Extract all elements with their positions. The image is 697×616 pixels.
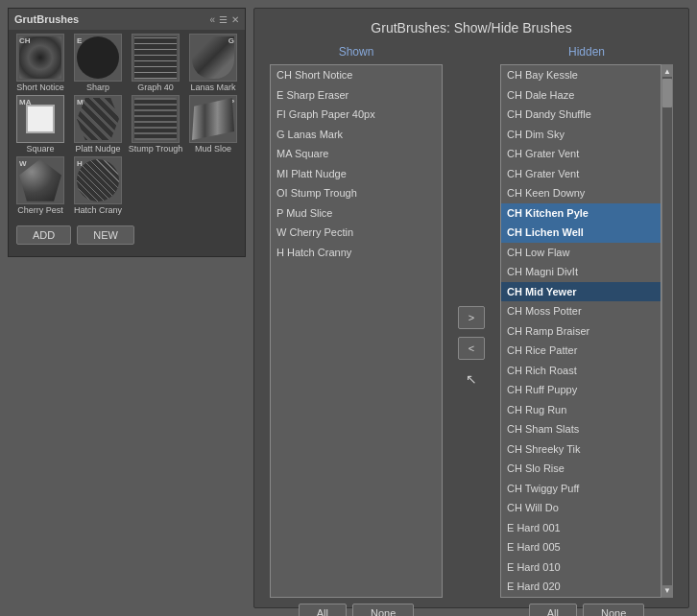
hidden-list-item[interactable]: E Hard 010 xyxy=(501,557,661,578)
shown-list-item[interactable]: E Sharp Eraser xyxy=(271,85,442,106)
shown-list-item[interactable]: G Lanas Mark xyxy=(271,125,442,145)
hidden-list-item[interactable]: CH Rug Run xyxy=(501,400,661,420)
collapse-btn[interactable]: « xyxy=(209,14,215,25)
hidden-list-item[interactable]: CH Dim Sky xyxy=(501,125,661,145)
hidden-footer: All None xyxy=(500,598,673,617)
hidden-list-item[interactable]: CH Grater Vent xyxy=(501,144,661,164)
new-button[interactable]: NEW xyxy=(77,225,134,245)
shown-none-button[interactable]: None xyxy=(352,604,414,617)
hidden-list-item[interactable]: CH Slo Rise xyxy=(501,459,661,479)
shown-all-button[interactable]: All xyxy=(299,604,347,617)
add-button[interactable]: ADD xyxy=(16,225,71,245)
shown-list-item[interactable]: P Mud Slice xyxy=(271,203,442,224)
hidden-list[interactable]: CH Bay KessleCH Dale HazeCH Dandy Shuffl… xyxy=(500,64,661,598)
hidden-list-item[interactable]: E Hard 001 xyxy=(501,518,661,538)
shown-list-item[interactable]: FI Graph Paper 40px xyxy=(271,105,442,125)
dialog-body: Shown CH Short NoticeE Sharp EraserFI Gr… xyxy=(254,43,688,616)
brush-graph40[interactable]: Graph 40 xyxy=(128,34,183,93)
scroll-thumb[interactable] xyxy=(662,79,672,107)
shown-footer: All None xyxy=(270,598,443,617)
hidden-list-item[interactable]: CH Sham Slats xyxy=(501,419,661,439)
scroll-up-arrow[interactable]: ▲ xyxy=(661,65,673,77)
brush-platt-nudge[interactable]: MI Platt Nudge xyxy=(70,95,126,154)
hidden-list-item[interactable]: CH Kitchen Pyle xyxy=(501,203,661,224)
shown-list-item[interactable]: W Cherry Pectin xyxy=(271,223,442,243)
brush-stump-trough[interactable]: Stump Trough xyxy=(128,95,183,154)
shown-list-item[interactable]: MI Platt Nudge xyxy=(271,164,442,184)
show-hide-dialog: GrutBrushes: Show/Hide Brushes Shown CH … xyxy=(253,8,689,608)
hidden-header: Hidden xyxy=(500,43,673,60)
shown-header: Shown xyxy=(270,43,443,60)
panel-header: GrutBrushes « ☰ ✕ xyxy=(9,9,245,30)
hidden-list-item[interactable]: CH Shreeky Tik xyxy=(501,439,661,460)
hidden-list-item[interactable]: E Hard 020 xyxy=(501,577,661,597)
hidden-list-container: CH Bay KessleCH Dale HazeCH Dandy Shuffl… xyxy=(500,64,673,598)
hidden-section: Hidden CH Bay KessleCH Dale HazeCH Dandy… xyxy=(500,43,673,616)
menu-btn[interactable]: ☰ xyxy=(219,14,228,25)
hidden-list-item[interactable]: CH Dale Haze xyxy=(501,85,661,106)
hidden-all-button[interactable]: All xyxy=(529,604,577,617)
close-btn[interactable]: ✕ xyxy=(231,14,239,25)
hidden-list-item[interactable]: CH Twiggy Puff xyxy=(501,479,661,499)
middle-controls: > < ↖ xyxy=(450,43,493,616)
hidden-list-item[interactable]: CH Low Flaw xyxy=(501,243,661,263)
shown-list-item[interactable]: CH Short Notice xyxy=(271,65,442,85)
brush-lanas-mark[interactable]: G Lanas Mark xyxy=(185,34,241,93)
hidden-list-item[interactable]: CH Rice Patter xyxy=(501,341,661,361)
hidden-list-item[interactable]: CH Keen Downy xyxy=(501,183,661,203)
hidden-list-item[interactable]: CH Moss Potter xyxy=(501,301,661,321)
hidden-scrollbar[interactable]: ▲ ▼ xyxy=(661,64,673,598)
scroll-down-arrow[interactable]: ▼ xyxy=(661,585,673,597)
hidden-none-button[interactable]: None xyxy=(583,604,644,617)
shown-list[interactable]: CH Short NoticeE Sharp EraserFI Graph Pa… xyxy=(270,64,443,598)
bottom-buttons: ADD NEW xyxy=(9,220,245,250)
shown-list-item[interactable]: H Hatch Cranny xyxy=(271,243,442,263)
hidden-list-item[interactable]: CH Bay Kessle xyxy=(501,65,661,85)
hidden-list-item[interactable]: CH Dandy Shuffle xyxy=(501,105,661,125)
hidden-list-item[interactable]: CH Grater Vent xyxy=(501,164,661,184)
brush-square[interactable]: MA Square xyxy=(12,95,68,154)
hidden-list-item[interactable]: CH Ruff Puppy xyxy=(501,380,661,400)
hidden-list-item[interactable]: CH Rich Roast xyxy=(501,361,661,381)
brush-hatch-crany[interactable]: H Hatch Crany xyxy=(70,156,126,216)
hidden-list-item[interactable]: CH Magni DivIt xyxy=(501,262,661,282)
left-panel: GrutBrushes « ☰ ✕ CH Short Notice E Shar… xyxy=(8,8,246,257)
brush-sharp[interactable]: E Sharp xyxy=(70,34,126,93)
brush-cherry-pest[interactable]: W Cherry Pest xyxy=(12,156,68,216)
hidden-list-item[interactable]: CH Will Do xyxy=(501,498,661,518)
dialog-title: GrutBrushes: Show/Hide Brushes xyxy=(254,9,688,43)
move-left-button[interactable]: < xyxy=(458,337,485,360)
move-right-button[interactable]: > xyxy=(458,306,485,329)
hidden-list-item[interactable]: CH Ramp Braiser xyxy=(501,321,661,342)
brush-short-notice[interactable]: CH Short Notice xyxy=(12,34,68,93)
panel-title: GrutBrushes xyxy=(14,13,79,25)
shown-list-item[interactable]: OI Stump Trough xyxy=(271,183,442,203)
shown-section: Shown CH Short NoticeE Sharp EraserFI Gr… xyxy=(270,43,443,616)
cursor-indicator: ↖ xyxy=(466,371,477,387)
hidden-list-item[interactable]: CH Mid Yewer xyxy=(501,282,661,302)
hidden-list-item[interactable]: CH Lichen Well xyxy=(501,223,661,243)
header-controls: « ☰ ✕ xyxy=(209,14,239,25)
brush-mud-sloe[interactable]: P Mud Sloe xyxy=(185,95,241,154)
shown-list-item[interactable]: MA Square xyxy=(271,144,442,164)
hidden-list-item[interactable]: E Hard 005 xyxy=(501,537,661,557)
brush-grid: CH Short Notice E Sharp Graph 40 G Lanas… xyxy=(9,30,245,220)
